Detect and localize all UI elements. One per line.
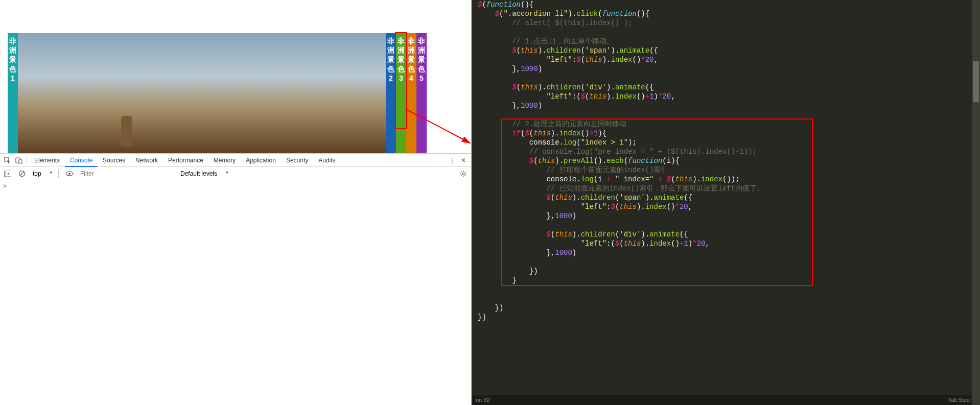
code-line: }) [478, 267, 978, 276]
code-line: $(this).children('span').animate({ [478, 46, 978, 55]
code-editor[interactable]: $(function(){ $(".accordion li").click(f… [472, 0, 980, 395]
console-output[interactable]: > [0, 180, 471, 405]
status-bar: nn 32 Tab Size: 4 [472, 395, 980, 405]
tab-console[interactable]: Console [65, 154, 98, 167]
console-toolbar: top Default levels [0, 167, 471, 180]
device-toggle-icon[interactable] [13, 155, 25, 166]
code-line: "left":$(this).index()*20, [478, 202, 978, 211]
accordion-tab-3[interactable]: 非洲景色3 [396, 33, 406, 153]
code-line: $(".accordion li").click(function(){ [478, 9, 978, 18]
accordion-tab-4[interactable]: 非洲景色4 [406, 33, 416, 153]
code-line: "left":($(this).index()+1)*20, [478, 239, 978, 248]
devtools-tabbar: ElementsConsoleSourcesNetworkPerformance… [0, 154, 471, 167]
code-editor-pane: $(function(){ $(".accordion li").click(f… [472, 0, 980, 405]
accordion-tab-2[interactable]: 非洲景色2 [386, 33, 396, 153]
code-line: },1000) [478, 64, 978, 74]
code-line [478, 285, 978, 294]
svg-rect-5 [4, 171, 6, 177]
code-line: console.log(i + " index=" + $(this).inde… [478, 175, 978, 184]
accordion-tab-1[interactable]: 非洲景色1 [8, 33, 18, 153]
levels-select[interactable]: Default levels [178, 169, 229, 178]
clear-console-icon[interactable] [16, 168, 28, 179]
tab-network[interactable]: Network [130, 154, 163, 167]
code-line: console.log("index > 1"); [478, 138, 978, 147]
accordion-panel-1 [18, 33, 386, 153]
scrollbar-track[interactable] [972, 0, 980, 405]
code-line: if($(this).index()>1){ [478, 129, 978, 138]
code-line: $(this).children('div').animate({ [478, 230, 978, 239]
levels-select-wrap[interactable]: Default levels [178, 169, 229, 178]
tab-application[interactable]: Application [241, 154, 281, 167]
devtools-tabs: ElementsConsoleSourcesNetworkPerformance… [29, 154, 341, 167]
code-line: "left":$(this).index()*20, [478, 55, 978, 64]
code-line [478, 221, 978, 230]
code-line: }) [478, 313, 978, 322]
code-line: // 打印每个前面元素的index()索引 [478, 165, 978, 175]
console-sidebar-icon[interactable] [2, 168, 13, 179]
separator [58, 170, 59, 178]
code-line [478, 74, 978, 83]
svg-rect-3 [19, 159, 22, 163]
code-line: $(function(){ [478, 0, 978, 9]
tab-performance[interactable]: Performance [163, 154, 208, 167]
tab-audits[interactable]: Audits [313, 154, 340, 167]
code-line: $(this).children('div').animate({ [478, 83, 978, 92]
separator [27, 156, 27, 164]
code-line: // 1.点击li，向左单个移动。 [478, 37, 978, 46]
close-icon[interactable]: ✕ [458, 155, 469, 166]
tab-memory[interactable]: Memory [208, 154, 241, 167]
page-preview: 非洲景色1非洲景色2非洲景色3非洲景色4非洲景色5 [0, 0, 471, 153]
code-line [478, 110, 978, 120]
kebab-icon[interactable]: ⋮ [447, 155, 458, 166]
svg-line-7 [20, 172, 24, 176]
context-select-wrap[interactable]: top [31, 169, 53, 178]
tab-sources[interactable]: Sources [98, 154, 130, 167]
settings-icon[interactable] [458, 168, 469, 179]
tab-elements[interactable]: Elements [29, 154, 65, 167]
code-line: },1000) [478, 101, 978, 110]
code-line: $(this).children('span').animate({ [478, 193, 978, 202]
tab-security[interactable]: Security [281, 154, 313, 167]
svg-point-10 [462, 173, 464, 175]
scrollbar-thumb[interactable] [973, 61, 979, 102]
code-line: } [478, 276, 978, 285]
code-line: "left":($(this).index()+1)*20, [478, 92, 978, 101]
context-select[interactable]: top [31, 169, 53, 178]
code-line: // 已知前面元素的index()索引，那么下面可以设置left的值了。 [478, 184, 978, 193]
code-line: },1000) [478, 248, 978, 257]
cursor-position: nn 32 [476, 397, 490, 403]
accordion-tab-5[interactable]: 非洲景色5 [416, 33, 427, 153]
code-line: },1000) [478, 211, 978, 221]
code-line: // console.log("pre index = " + ($(this)… [478, 147, 978, 156]
code-line [478, 257, 978, 267]
svg-point-9 [68, 173, 71, 175]
code-line: // alert( $(this).index() ); [478, 18, 978, 28]
browser-pane: 非洲景色1非洲景色2非洲景色3非洲景色4非洲景色5 ElementsConsol… [0, 0, 472, 405]
filter-input[interactable] [78, 169, 175, 178]
inspect-icon[interactable] [2, 155, 13, 166]
code-line [478, 28, 978, 37]
code-line: }) [478, 303, 978, 313]
devtools-panel: ElementsConsoleSourcesNetworkPerformance… [0, 153, 471, 405]
code-line: $(this).prevAll().each(function(i){ [478, 156, 978, 165]
code-line: // 2.处理之前的元素向左同时移动 [478, 120, 978, 129]
live-expr-icon[interactable] [64, 168, 75, 179]
code-line [478, 294, 978, 303]
console-prompt: > [3, 182, 7, 189]
accordion: 非洲景色1非洲景色2非洲景色3非洲景色4非洲景色5 [8, 33, 447, 153]
